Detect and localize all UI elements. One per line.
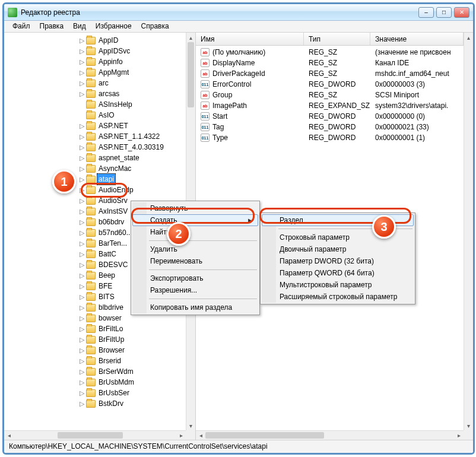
expander-icon[interactable]: ▷ bbox=[79, 238, 85, 249]
tree-node-asp.net_1.1.4322[interactable]: ▷ASP.NET_1.1.4322 bbox=[79, 131, 185, 142]
tree-scrollbar-horizontal[interactable]: ◂ ▸ bbox=[4, 430, 186, 440]
tree-node-appmgmt[interactable]: ▷AppMgmt bbox=[79, 67, 185, 78]
titlebar[interactable]: Редактор реестра – □ ✕ bbox=[4, 4, 473, 21]
expander-icon[interactable]: ▷ bbox=[79, 356, 85, 366]
expander-icon[interactable]: ▷ bbox=[79, 174, 85, 185]
expander-icon[interactable]: ▷ bbox=[79, 281, 85, 291]
maximize-button[interactable]: □ bbox=[436, 7, 452, 18]
expander-icon[interactable]: ▷ bbox=[79, 291, 85, 302]
value-row[interactable]: abDisplayNameREG_SZКанал IDE bbox=[196, 58, 464, 68]
expander-icon[interactable]: ▷ bbox=[79, 270, 85, 281]
ctx-copy-key-name[interactable]: Копировать имя раздела bbox=[132, 302, 258, 313]
tree-node-brfiltup[interactable]: ▷BrFiltUp bbox=[79, 334, 185, 345]
expander-icon[interactable]: ▷ bbox=[79, 163, 85, 174]
menu-edit[interactable]: Правка bbox=[35, 21, 69, 32]
expander-icon[interactable]: ▷ bbox=[79, 185, 85, 195]
reg-string-icon: ab bbox=[201, 69, 210, 78]
expander-icon[interactable]: ▷ bbox=[79, 398, 85, 409]
expander-icon[interactable]: ▷ bbox=[79, 323, 85, 334]
tree-node-arcsas[interactable]: ▷arcsas bbox=[79, 88, 185, 99]
expander-icon[interactable]: ▷ bbox=[79, 366, 85, 377]
tree-node-asio[interactable]: AsIO bbox=[79, 110, 185, 120]
value-row[interactable]: 011TypeREG_DWORD0x00000001 (1) bbox=[196, 132, 464, 143]
tree-node-asyncmac[interactable]: ▷AsyncMac bbox=[79, 163, 185, 174]
expander-icon[interactable]: ▷ bbox=[79, 345, 85, 356]
minimize-button[interactable]: – bbox=[418, 7, 434, 18]
ctx-new-binary[interactable]: Двоичный параметр bbox=[262, 243, 414, 255]
expander-icon[interactable]: ▷ bbox=[79, 302, 85, 313]
tree-node-arc[interactable]: ▷arc bbox=[79, 78, 185, 88]
ctx-permissions[interactable]: Разрешения... bbox=[132, 284, 258, 296]
menu-favorites[interactable]: Избранное bbox=[91, 21, 137, 32]
expander-icon[interactable]: ▷ bbox=[79, 334, 85, 345]
tree-node-brserid[interactable]: ▷Brserid bbox=[79, 356, 185, 366]
tree-node-brfiltlo[interactable]: ▷BrFiltLo bbox=[79, 323, 185, 334]
value-row[interactable]: 011ErrorControlREG_DWORD0x00000003 (3) bbox=[196, 79, 464, 90]
expander-icon[interactable]: ▷ bbox=[79, 120, 85, 131]
list-scrollbar-horizontal[interactable]: ◂ ▸ bbox=[196, 430, 464, 440]
value-data: mshdc.inf_amd64_neut bbox=[370, 69, 464, 78]
expander-icon[interactable]: ▷ bbox=[79, 67, 85, 78]
tree-node-asp.net_4.0.30319[interactable]: ▷ASP.NET_4.0.30319 bbox=[79, 142, 185, 153]
tree-node-bstkdrv[interactable]: ▷BstkDrv bbox=[79, 398, 185, 409]
value-row[interactable]: abDriverPackageIdREG_SZmshdc.inf_amd64_n… bbox=[196, 68, 464, 79]
value-row[interactable]: ab(По умолчанию)REG_SZ(значение не присв… bbox=[196, 47, 464, 58]
expander-icon[interactable]: ▷ bbox=[79, 142, 85, 153]
tree-node-audioendp[interactable]: ▷AudioEndp bbox=[79, 185, 185, 195]
value-row[interactable]: abImagePathREG_EXPAND_SZsystem32\drivers… bbox=[196, 100, 464, 111]
tree-node-atapi[interactable]: ▷atapi bbox=[79, 174, 185, 185]
list-scrollbar-vertical[interactable]: ▴ ▾ bbox=[464, 33, 473, 430]
value-row[interactable]: 011StartREG_DWORD0x00000000 (0) bbox=[196, 111, 464, 122]
tree-node-appinfo[interactable]: ▷Appinfo bbox=[79, 56, 185, 67]
ctx-new-multistring[interactable]: Мультистроковый параметр bbox=[262, 279, 414, 291]
menu-help[interactable]: Справка bbox=[137, 21, 174, 32]
tree-node-appidsvc[interactable]: ▷AppIDSvc bbox=[79, 46, 185, 56]
column-headers[interactable]: Имя Тип Значение bbox=[196, 33, 464, 46]
tree-node-brusbmdm[interactable]: ▷BrUsbMdm bbox=[79, 377, 185, 388]
menu-view[interactable]: Вид bbox=[68, 21, 91, 32]
expander-icon[interactable]: ▷ bbox=[79, 131, 85, 142]
ctx-expand[interactable]: Развернуть bbox=[132, 202, 258, 214]
tree-node-appid[interactable]: ▷AppID bbox=[79, 35, 185, 46]
expander-icon[interactable]: ▷ bbox=[79, 313, 85, 323]
folder-icon bbox=[86, 197, 96, 205]
expander-icon[interactable]: ▷ bbox=[79, 35, 85, 46]
expander-icon[interactable]: ▷ bbox=[79, 259, 85, 270]
expander-icon[interactable]: ▷ bbox=[79, 56, 85, 67]
expander-icon[interactable]: ▷ bbox=[79, 78, 85, 88]
ctx-new-qword[interactable]: Параметр QWORD (64 бита) bbox=[262, 267, 414, 279]
value-row[interactable]: abGroupREG_SZSCSI Miniport bbox=[196, 90, 464, 100]
col-header-type[interactable]: Тип bbox=[304, 33, 370, 45]
tree-node-brserwdm[interactable]: ▷BrSerWdm bbox=[79, 366, 185, 377]
tree-node-asp.net[interactable]: ▷ASP.NET bbox=[79, 120, 185, 131]
value-list[interactable]: ab(По умолчанию)REG_SZ(значение не присв… bbox=[196, 46, 464, 144]
col-header-name[interactable]: Имя bbox=[196, 33, 304, 45]
ctx-new-expandstring[interactable]: Расширяемый строковый параметр bbox=[262, 291, 414, 303]
ctx-delete[interactable]: Удалить bbox=[132, 243, 258, 255]
expander-icon[interactable]: ▷ bbox=[79, 206, 85, 217]
expander-icon[interactable]: ▷ bbox=[79, 153, 85, 163]
expander-icon[interactable]: ▷ bbox=[79, 377, 85, 388]
tree-node-brusbser[interactable]: ▷BrUsbSer bbox=[79, 388, 185, 398]
value-row[interactable]: 011TagREG_DWORD0x00000021 (33) bbox=[196, 122, 464, 132]
ctx-export[interactable]: Экспортировать bbox=[132, 272, 258, 284]
tree-node-asinshelp[interactable]: ASInsHelp bbox=[79, 99, 185, 110]
expander-icon[interactable]: ▷ bbox=[79, 195, 85, 206]
col-header-value[interactable]: Значение bbox=[370, 33, 464, 45]
expander-icon[interactable]: ▷ bbox=[79, 46, 85, 56]
expander-icon[interactable] bbox=[79, 110, 85, 120]
expander-icon[interactable]: ▷ bbox=[79, 249, 85, 259]
tree-node-aspnet_state[interactable]: ▷aspnet_state bbox=[79, 153, 185, 163]
ctx-create[interactable]: Создать ▶ bbox=[132, 214, 258, 226]
ctx-find[interactable]: Найти... bbox=[132, 226, 258, 238]
expander-icon[interactable] bbox=[79, 99, 85, 110]
expander-icon[interactable]: ▷ bbox=[79, 388, 85, 398]
menu-file[interactable]: Файл bbox=[8, 21, 35, 32]
ctx-new-dword[interactable]: Параметр DWORD (32 бита) bbox=[262, 255, 414, 267]
tree-node-browser[interactable]: ▷Browser bbox=[79, 345, 185, 356]
expander-icon[interactable]: ▷ bbox=[79, 227, 85, 238]
close-button[interactable]: ✕ bbox=[454, 7, 469, 18]
expander-icon[interactable]: ▷ bbox=[79, 217, 85, 227]
expander-icon[interactable]: ▷ bbox=[79, 88, 85, 99]
ctx-rename[interactable]: Переименовать bbox=[132, 255, 258, 267]
